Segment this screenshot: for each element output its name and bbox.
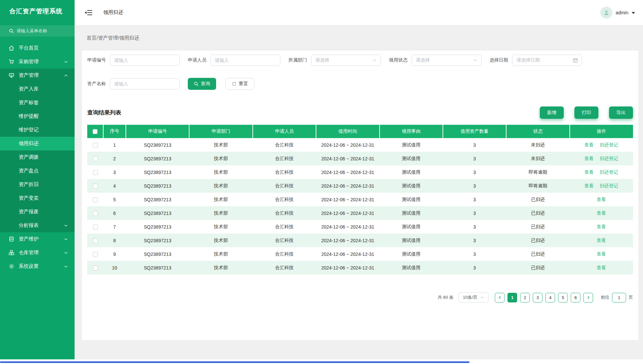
row-action-view[interactable]: 查看 — [584, 156, 594, 161]
select-all-checkbox[interactable] — [93, 129, 98, 134]
sidebar-item-maintain-register[interactable]: 维护登记 — [0, 123, 75, 137]
menu-search-input[interactable]: 请输入菜单名称 — [0, 25, 75, 37]
sidebar-item-maintain-remind[interactable]: 维护提醒 — [0, 109, 75, 123]
sidebar-item-purchase-mgmt[interactable]: 采购管理 — [0, 55, 75, 69]
asset-name-input[interactable] — [110, 78, 180, 90]
status-select[interactable]: 请选择 — [412, 55, 482, 66]
row-action-view[interactable]: 查看 — [584, 142, 594, 147]
cell-apply-no: SQ23897213 — [126, 165, 189, 179]
page-button-4[interactable]: 4 — [545, 293, 555, 302]
row-checkbox[interactable] — [93, 238, 98, 243]
page-button-2[interactable]: 2 — [520, 293, 530, 302]
table-row: 9SQ23897213技术部合汇科技2024-12-06 ~ 2024-12-3… — [87, 247, 633, 261]
monitor-icon — [9, 73, 14, 78]
row-checkbox[interactable] — [93, 143, 98, 148]
checkbox-cell — [87, 179, 103, 193]
app-title: 合汇资产管理系统 — [0, 0, 75, 23]
apply-no-input[interactable] — [110, 55, 180, 66]
row-action-view[interactable]: 查看 — [597, 210, 606, 216]
sidebar-item-label: 资产管理 — [19, 72, 39, 79]
cell-dept: 技术部 — [189, 261, 252, 274]
cell-no: 7 — [103, 220, 126, 234]
cell-period: 2024-12-06 ~ 2024-12-31 — [316, 165, 379, 179]
user-menu[interactable]: admin — [600, 7, 635, 19]
sidebar-item-asset-depreciation[interactable]: 资产折旧 — [0, 178, 75, 191]
row-action-return-register[interactable]: 归还登记 — [600, 183, 618, 188]
date-picker[interactable]: 请选择日期 — [512, 55, 582, 66]
search-button-label: 查询 — [201, 81, 210, 87]
prev-page-button[interactable] — [495, 293, 504, 302]
row-action-view[interactable]: 查看 — [597, 265, 606, 270]
applicant-input[interactable] — [210, 55, 280, 66]
sidebar-item-label: 分析报表 — [19, 222, 39, 229]
sidebar-item-asset-check[interactable]: 资产盘点 — [0, 164, 75, 178]
pagination: 共 60 条 10条/页 123456 前往 页 — [87, 292, 633, 302]
cell-status: 已归还 — [506, 261, 569, 274]
export-button[interactable]: 导出 — [609, 106, 633, 119]
chevron-up-icon — [64, 74, 68, 78]
page-button-5[interactable]: 5 — [558, 293, 568, 302]
field-label: 申请编号 — [87, 57, 106, 63]
sidebar-item-asset-inbound[interactable]: 资产入库 — [0, 82, 75, 96]
checkbox-cell — [87, 206, 103, 220]
sidebar-item-system-settings[interactable]: 系统设置 — [0, 260, 75, 273]
sidebar-item-asset-sale[interactable]: 资产变卖 — [0, 191, 75, 205]
row-action-view[interactable]: 查看 — [597, 251, 606, 257]
cell-apply-no: SQ23897213 — [126, 220, 189, 234]
add-button[interactable]: 新增 — [540, 106, 564, 119]
collapse-sidebar-icon[interactable] — [85, 10, 93, 16]
next-page-button[interactable] — [583, 293, 593, 302]
sidebar-item-asset-scrap[interactable]: 资产报废 — [0, 205, 75, 219]
row-checkbox[interactable] — [93, 170, 98, 175]
sidebar-item-asset-maintain[interactable]: 资产维护 — [0, 232, 75, 246]
chevron-down-icon — [64, 237, 68, 241]
checkbox-cell — [87, 220, 103, 234]
results-title: 查询结果列表 — [87, 109, 121, 116]
row-checkbox[interactable] — [93, 184, 98, 189]
page-button-6[interactable]: 6 — [571, 293, 580, 302]
row-checkbox[interactable] — [93, 197, 98, 202]
row-action-view[interactable]: 查看 — [597, 238, 606, 243]
cell-status: 未归还 — [506, 138, 569, 152]
department-select[interactable]: 请选择 — [311, 55, 381, 66]
page-button-3[interactable]: 3 — [533, 293, 542, 302]
column-header: 申请部门 — [189, 125, 252, 138]
sidebar-item-asset-transfer[interactable]: 资产调拨 — [0, 150, 75, 164]
print-button[interactable]: 打印 — [574, 106, 598, 119]
horizontal-scrollbar-thumb[interactable] — [0, 361, 470, 363]
row-action-return-register[interactable]: 归还登记 — [600, 156, 618, 161]
goto-suffix: 页 — [629, 294, 633, 300]
row-action-view[interactable]: 查看 — [597, 197, 606, 202]
boxes-icon — [9, 250, 14, 256]
row-checkbox[interactable] — [93, 156, 98, 161]
sidebar-item-borrow-return[interactable]: 领用归还 — [0, 137, 75, 150]
reset-button[interactable]: 重置 — [225, 78, 254, 90]
row-checkbox[interactable] — [93, 252, 98, 257]
search-button[interactable]: 查询 — [188, 78, 216, 90]
chevron-down-icon — [64, 224, 68, 228]
row-action-view[interactable]: 查看 — [584, 169, 594, 175]
cell-applicant: 合汇科技 — [253, 234, 316, 247]
row-action-view[interactable]: 查看 — [584, 183, 594, 188]
table-row: 7SQ23897213技术部合汇科技2024-12-06 ~ 2024-12-3… — [87, 220, 633, 234]
sidebar-item-platform-home[interactable]: 平台首页 — [0, 41, 75, 55]
field-label: 选择日期 — [489, 57, 508, 63]
goto-page-input[interactable] — [612, 293, 626, 302]
row-action-return-register[interactable]: 归还登记 — [600, 169, 618, 175]
row-action-return-register[interactable]: 归还登记 — [600, 142, 618, 147]
sidebar-item-asset-label[interactable]: 资产标签 — [0, 96, 75, 109]
page-size-select[interactable]: 10条/页 — [459, 292, 488, 302]
page-button-1[interactable]: 1 — [507, 293, 517, 302]
cell-no: 4 — [103, 179, 126, 193]
cell-apply-no: SQ23897213 — [126, 234, 189, 247]
sidebar-item-warehouse-mgmt[interactable]: 仓库管理 — [0, 246, 75, 260]
cell-reason: 测试借用 — [380, 138, 443, 152]
cell-qty: 3 — [443, 220, 506, 234]
row-checkbox[interactable] — [93, 225, 98, 230]
row-checkbox[interactable] — [93, 211, 98, 216]
row-checkbox[interactable] — [93, 266, 98, 271]
cell-applicant: 合汇科技 — [253, 138, 316, 152]
sidebar-item-analysis-report[interactable]: 分析报表 — [0, 219, 75, 232]
sidebar-item-asset-mgmt[interactable]: 资产管理 — [0, 69, 75, 82]
row-action-view[interactable]: 查看 — [597, 224, 606, 229]
